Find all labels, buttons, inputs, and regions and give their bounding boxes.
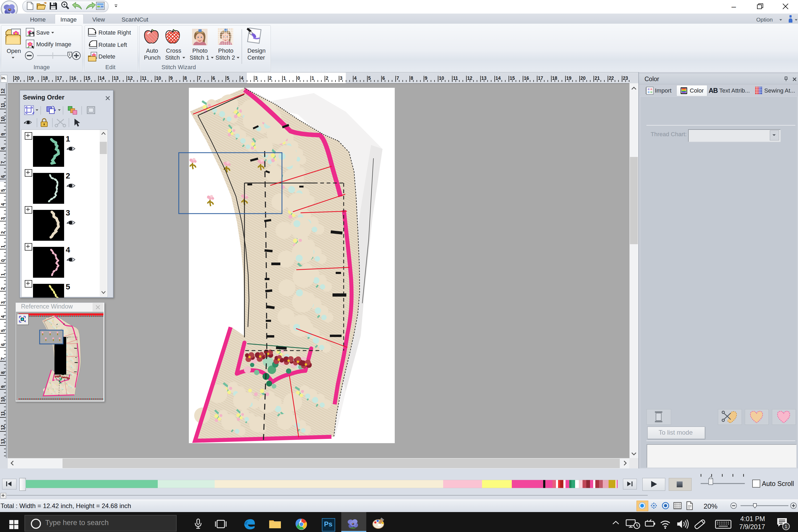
svg-text:6: 6 <box>212 76 215 81</box>
svg-text:5: 5 <box>227 76 229 81</box>
svg-text:1: 1 <box>283 76 286 81</box>
svg-text:12: 12 <box>0 425 5 430</box>
svg-text:13: 13 <box>0 439 5 444</box>
svg-text:1: 1 <box>785 524 787 529</box>
svg-text:8: 8 <box>0 371 5 374</box>
svg-text:4: 4 <box>0 203 5 206</box>
svg-text:1: 1 <box>0 273 5 276</box>
svg-text:8: 8 <box>184 76 187 81</box>
svg-text:2: 2 <box>326 76 328 81</box>
svg-text:3: 3 <box>340 76 343 81</box>
svg-text:3: 3 <box>255 76 258 81</box>
svg-text:9: 9 <box>170 76 173 81</box>
svg-text:9: 9 <box>425 76 428 81</box>
svg-text:11: 11 <box>0 103 5 108</box>
svg-text:9: 9 <box>0 133 5 136</box>
svg-text:4: 4 <box>0 315 5 318</box>
svg-text:4: 4 <box>354 76 357 81</box>
svg-text:0: 0 <box>0 259 5 262</box>
svg-text:5: 5 <box>0 189 5 192</box>
svg-text:3: 3 <box>0 217 5 220</box>
svg-text:5: 5 <box>368 76 371 81</box>
svg-text:5: 5 <box>0 329 5 332</box>
svg-text:1: 1 <box>0 245 5 248</box>
svg-text:2: 2 <box>0 231 5 234</box>
svg-text:6: 6 <box>382 76 385 81</box>
svg-text:8: 8 <box>411 76 413 81</box>
svg-text:1: 1 <box>311 76 314 81</box>
svg-text:7: 7 <box>396 76 399 81</box>
svg-text:3: 3 <box>0 301 5 304</box>
svg-text:7: 7 <box>0 358 5 360</box>
svg-text:9: 9 <box>0 385 5 388</box>
svg-text:7: 7 <box>0 161 5 164</box>
svg-text:10: 10 <box>0 397 5 402</box>
svg-text:4: 4 <box>241 76 243 81</box>
svg-text:0: 0 <box>298 76 300 81</box>
svg-text:11: 11 <box>0 411 5 416</box>
svg-text:6: 6 <box>0 175 5 178</box>
svg-text:2: 2 <box>0 287 5 290</box>
svg-text:8: 8 <box>0 147 5 150</box>
svg-text:6: 6 <box>0 343 5 346</box>
svg-text:10: 10 <box>0 116 5 122</box>
svg-text:12: 12 <box>0 88 5 94</box>
svg-text:7: 7 <box>198 76 201 81</box>
svg-text:2: 2 <box>269 76 272 81</box>
